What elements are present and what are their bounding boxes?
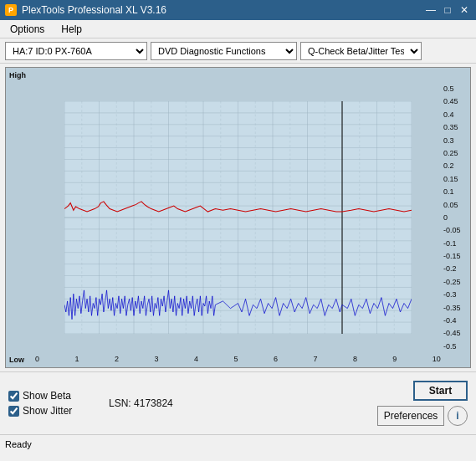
buttons-section: Start Preferences i bbox=[377, 381, 468, 426]
chart-svg bbox=[64, 101, 412, 334]
show-jitter-label: Show Jitter bbox=[23, 405, 72, 417]
show-beta-row: Show Beta bbox=[8, 390, 100, 402]
start-button[interactable]: Start bbox=[413, 381, 468, 401]
lsn-label: LSN: 4173824 bbox=[109, 397, 173, 409]
show-beta-checkbox[interactable] bbox=[8, 391, 19, 402]
window-title: PlexTools Professional XL V3.16 bbox=[22, 4, 166, 16]
title-bar: P PlexTools Professional XL V3.16 — □ ✕ bbox=[0, 0, 476, 20]
info-button[interactable]: i bbox=[448, 406, 468, 426]
title-left: P PlexTools Professional XL V3.16 bbox=[5, 4, 166, 16]
status-text: Ready bbox=[5, 439, 32, 449]
pref-info-row: Preferences i bbox=[377, 406, 468, 426]
status-bar: Ready bbox=[0, 434, 476, 453]
bottom-panel: Show Beta Show Jitter LSN: 4173824 Start… bbox=[0, 371, 476, 434]
drive-select[interactable]: HA:7 ID:0 PX-760A bbox=[5, 42, 147, 60]
y-axis-right: 0.5 0.45 0.4 0.35 0.3 0.25 0.2 0.15 0.1 … bbox=[442, 85, 470, 351]
maximize-button[interactable]: □ bbox=[441, 3, 454, 17]
menu-help[interactable]: Help bbox=[56, 22, 87, 37]
close-button[interactable]: ✕ bbox=[458, 3, 471, 17]
lsn-section: LSN: 4173824 bbox=[109, 397, 369, 409]
function-select[interactable]: DVD Diagnostic Functions bbox=[151, 42, 297, 60]
show-beta-label: Show Beta bbox=[23, 390, 71, 402]
minimize-button[interactable]: — bbox=[424, 3, 438, 17]
toolbar: HA:7 ID:0 PX-760A DVD Diagnostic Functio… bbox=[0, 38, 476, 64]
low-label: Low bbox=[9, 356, 24, 364]
x-axis: 0 1 2 3 4 5 6 7 8 9 10 bbox=[35, 351, 441, 367]
menu-bar: Options Help bbox=[0, 20, 476, 38]
preferences-button[interactable]: Preferences bbox=[377, 406, 444, 426]
high-label: High bbox=[9, 71, 26, 79]
menu-options[interactable]: Options bbox=[5, 22, 49, 37]
checkboxes-section: Show Beta Show Jitter bbox=[8, 390, 100, 417]
show-jitter-row: Show Jitter bbox=[8, 405, 100, 417]
test-select[interactable]: Q-Check Beta/Jitter Test bbox=[300, 42, 422, 60]
show-jitter-checkbox[interactable] bbox=[8, 406, 19, 417]
chart-container: High Low 0.5 0.45 0.4 0.35 0.3 0.25 0.2 … bbox=[5, 67, 471, 368]
app-icon: P bbox=[5, 4, 17, 16]
chart-area bbox=[35, 85, 441, 351]
title-controls: — □ ✕ bbox=[424, 3, 471, 17]
